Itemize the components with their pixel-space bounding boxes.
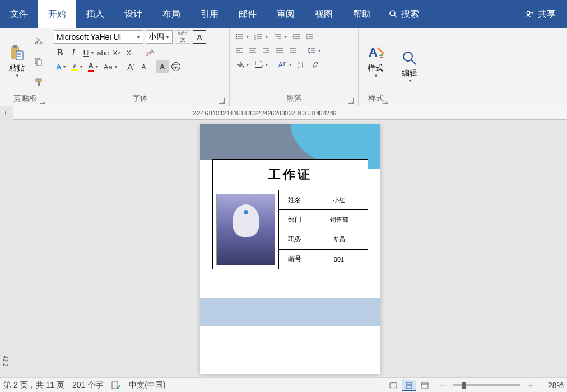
search-icon [389, 10, 398, 18]
search-box[interactable]: 搜索 [381, 0, 427, 28]
field-row[interactable]: 部门 销售部 [279, 210, 368, 230]
align-right-button[interactable] [260, 44, 272, 57]
shrink-font-button[interactable]: Aˇ [138, 60, 151, 73]
bold-button[interactable]: B [54, 46, 66, 59]
vertical-ruler[interactable]: 42 2 [0, 120, 13, 377]
editing-label: 编辑 [402, 68, 417, 78]
numbering-button[interactable]: 123▾ [252, 30, 270, 43]
superscript-button[interactable]: X2 [124, 46, 136, 59]
document-area[interactable]: 工作证 姓名 小红 部门 销售部 [13, 120, 567, 377]
print-layout-icon [405, 381, 413, 389]
field-label[interactable]: 编号 [279, 250, 310, 269]
share-button[interactable]: 共享 [513, 0, 567, 28]
subscript-button[interactable]: X2 [110, 46, 123, 59]
show-marks-button[interactable] [309, 58, 322, 71]
collapse-ribbon-button[interactable]: ˄ [560, 381, 564, 390]
status-words[interactable]: 201 个字 [72, 380, 103, 390]
paragraph-dialog-launcher[interactable] [348, 98, 354, 104]
view-read-button[interactable] [386, 380, 401, 391]
styles-button[interactable]: A 样式 ▼ [362, 30, 389, 92]
asian-layout-button[interactable]: A▾ [276, 58, 294, 71]
status-page[interactable]: 第 2 页，共 11 页 [3, 380, 64, 390]
highlight-button[interactable]: ▾ [69, 60, 85, 73]
font-name-select[interactable]: Microsoft YaHei UI▼ [54, 30, 143, 44]
font-color-button[interactable]: A▾ [86, 60, 100, 73]
indent-decrease-button[interactable] [290, 30, 303, 43]
multilevel-button[interactable]: ▾ [271, 30, 289, 43]
field-value[interactable]: 专员 [310, 230, 368, 249]
copy-button[interactable] [32, 55, 45, 68]
tab-review[interactable]: 审阅 [267, 0, 305, 28]
bullets-button[interactable]: ▾ [233, 30, 251, 43]
field-value[interactable]: 001 [310, 250, 368, 269]
editing-button[interactable]: 编辑 ▼ [397, 30, 422, 102]
tab-home[interactable]: 开始 [38, 0, 76, 28]
share-label: 共享 [538, 8, 556, 20]
field-label[interactable]: 部门 [279, 210, 310, 229]
outdent-icon [292, 32, 301, 40]
paste-button[interactable]: 粘贴 ▼ [3, 30, 30, 92]
view-print-button[interactable] [402, 380, 416, 391]
view-web-button[interactable] [417, 380, 432, 391]
card-photo-cell[interactable] [213, 190, 279, 269]
ruler-corner[interactable]: L [0, 106, 13, 120]
horizontal-ruler[interactable]: L 2 2 4 6 8 10 12 14 16 18 20 22 24 26 2… [0, 106, 567, 120]
font-size-select[interactable]: 小四▼ [146, 30, 173, 44]
align-left-icon [235, 46, 244, 54]
card-photo[interactable] [216, 194, 275, 265]
line-spacing-button[interactable]: ▾ [305, 44, 323, 57]
zoom-thumb[interactable] [462, 382, 466, 389]
tab-insert[interactable]: 插入 [76, 0, 114, 28]
styles-dialog-launcher[interactable] [383, 98, 388, 104]
align-center-button[interactable] [247, 44, 259, 57]
zoom-slider[interactable] [453, 384, 520, 386]
clipboard-dialog-launcher[interactable] [40, 98, 45, 104]
field-label[interactable]: 姓名 [279, 190, 310, 209]
text-effects-button[interactable]: A▾ [54, 60, 68, 73]
italic-button[interactable]: I [67, 46, 80, 59]
align-justify-button[interactable] [273, 44, 286, 57]
change-case-button[interactable]: Aa▾ [101, 60, 119, 73]
svg-rect-16 [37, 60, 41, 66]
borders-button[interactable]: ▾ [252, 58, 270, 71]
field-row[interactable]: 职务 专员 [279, 230, 368, 250]
tab-references[interactable]: 引用 [190, 0, 229, 28]
page-footer-shape [200, 298, 380, 326]
align-distribute-button[interactable] [287, 44, 299, 57]
tab-mailings[interactable]: 邮件 [229, 0, 267, 28]
status-spellcheck[interactable] [111, 381, 121, 390]
char-border-button[interactable]: A [193, 30, 206, 44]
phonetic-guide-button[interactable]: wén 文 [175, 30, 190, 44]
field-row[interactable]: 编号 001 [279, 250, 368, 269]
zoom-out-button[interactable]: − [440, 380, 445, 390]
field-row[interactable]: 姓名 小红 [279, 190, 368, 210]
status-language[interactable]: 中文(中国) [129, 380, 165, 390]
work-card[interactable]: 工作证 姓名 小红 部门 销售部 [212, 159, 368, 269]
indent-increase-button[interactable] [304, 30, 316, 43]
enclose-char-button[interactable]: 字 [170, 60, 182, 73]
shading-button[interactable]: ▾ [233, 58, 251, 71]
sort-button[interactable]: AZ [295, 58, 308, 71]
zoom-in-button[interactable]: + [528, 380, 533, 390]
field-value[interactable]: 小红 [310, 190, 368, 209]
cut-button[interactable] [32, 35, 45, 47]
tab-layout[interactable]: 布局 [152, 0, 190, 28]
format-painter-button[interactable] [32, 76, 45, 88]
grow-font-button[interactable]: Aˆ [125, 60, 137, 73]
strikethrough-button[interactable]: abc [97, 46, 109, 59]
field-label[interactable]: 职务 [279, 230, 310, 249]
tab-view[interactable]: 视图 [305, 0, 343, 28]
card-title[interactable]: 工作证 [213, 160, 368, 190]
clear-format-button[interactable]: A [144, 46, 156, 59]
underline-button[interactable]: U▾ [81, 46, 96, 59]
tab-design[interactable]: 设计 [114, 0, 152, 28]
char-shading-button[interactable]: A [156, 60, 169, 73]
borders-icon [254, 60, 263, 68]
svg-rect-70 [112, 382, 118, 389]
tab-file[interactable]: 文件 [0, 0, 38, 28]
page[interactable]: 工作证 姓名 小红 部门 销售部 [200, 124, 380, 374]
font-dialog-launcher[interactable] [219, 98, 225, 104]
field-value[interactable]: 销售部 [310, 210, 368, 229]
align-left-button[interactable] [233, 44, 245, 57]
tab-help[interactable]: 帮助 [343, 0, 381, 28]
